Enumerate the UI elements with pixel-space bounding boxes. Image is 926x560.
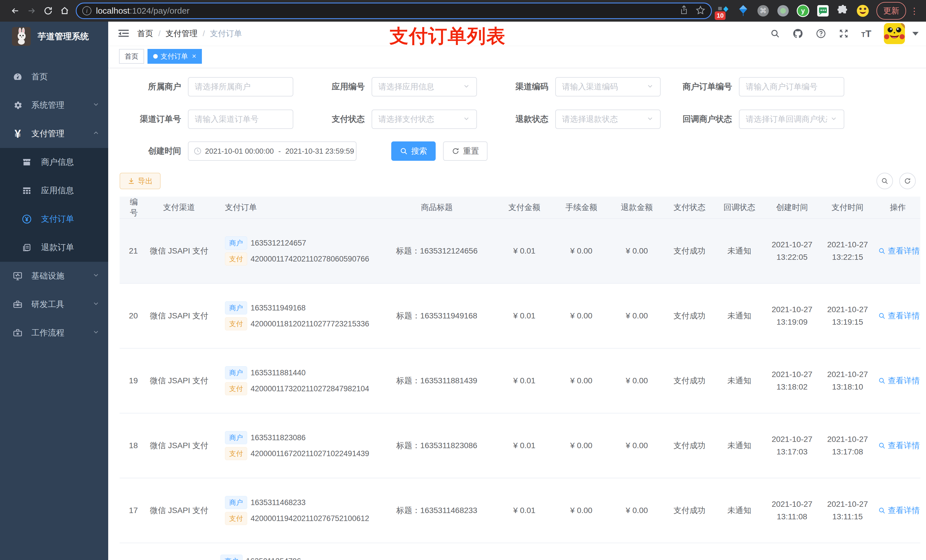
grid-icon	[21, 186, 32, 195]
merchant-order-no-input[interactable]	[739, 77, 844, 97]
date-start: 2021-10-01 00:00:00	[205, 147, 274, 155]
col-title: 商品标题	[378, 197, 495, 219]
channel-order-no-field[interactable]	[195, 115, 286, 124]
extension-kite-icon[interactable]	[736, 4, 750, 18]
chevron-down-icon	[646, 115, 654, 124]
avatar-caret-icon[interactable]	[912, 32, 918, 36]
table-toolbar: 导出	[120, 173, 926, 189]
url-text: localhost:1024/pay/order	[96, 6, 680, 16]
pay-tag: 支付	[225, 317, 247, 331]
payment-submenu: 商户信息 应用信息 支付订单	[0, 148, 108, 262]
tags-view-bar: 首页 支付订单 ×	[108, 46, 926, 68]
sidebar-item-label: 系统管理	[31, 100, 92, 111]
sidebar-item-label: 商户信息	[41, 157, 100, 168]
extension-tabs-icon[interactable]: 10	[716, 4, 730, 18]
share-icon[interactable]	[680, 5, 688, 16]
merchant-tag: 商户	[225, 496, 247, 509]
callback-status-select[interactable]: 请选择订单回调商户状态	[739, 110, 844, 129]
show-search-toggle-button[interactable]	[876, 173, 893, 189]
font-size-icon[interactable]: TT	[861, 28, 872, 39]
yen-icon: ¥	[12, 127, 23, 140]
logo-image	[12, 27, 31, 46]
breadcrumb-current: 支付订单	[210, 28, 242, 39]
github-icon[interactable]	[793, 28, 803, 39]
breadcrumb-home[interactable]: 首页	[137, 28, 153, 39]
sidebar-item-merchant-info[interactable]: 商户信息	[0, 148, 108, 177]
sidebar-fold-icon[interactable]	[118, 29, 129, 38]
channel-code-select[interactable]: 请输入渠道编码	[555, 77, 661, 97]
browser-menu-icon[interactable]: ⋮	[908, 6, 921, 16]
merchant-input[interactable]	[188, 77, 293, 97]
view-detail-link[interactable]: 查看详情	[878, 440, 920, 451]
sidebar-item-label: 研发工具	[31, 299, 92, 310]
sidebar-item-refund-order[interactable]: 退款订单	[0, 233, 108, 262]
browser-forward-icon[interactable]	[23, 3, 40, 19]
toolbox-icon	[12, 299, 23, 309]
extension-y-icon[interactable]: y	[796, 4, 810, 18]
pay-order-table: 编号 支付渠道 支付订单 商品标题 支付金额 手续金额 退款金额 支付状态 回调…	[120, 197, 920, 560]
create-time-range-picker[interactable]: 2021-10-01 00:00:00 - 2021-10-31 23:59:5…	[188, 142, 357, 161]
sidebar-item-label: 首页	[31, 71, 100, 83]
help-icon[interactable]	[816, 29, 826, 39]
sidebar-item-system[interactable]: 系统管理	[0, 91, 108, 119]
extension-emoji-icon[interactable]	[856, 4, 870, 18]
sidebar-item-payment[interactable]: ¥ 支付管理	[0, 119, 108, 148]
table-row: 18 微信 JSAPI 支付 商户1635311823086 支付4200001…	[120, 413, 920, 478]
filter-label: 渠道编码	[487, 81, 555, 92]
view-detail-link[interactable]: 查看详情	[878, 246, 920, 257]
pay-tag: 支付	[225, 382, 247, 395]
briefcase-icon	[12, 328, 23, 338]
sidebar-item-label: 基础设施	[31, 270, 92, 282]
export-button[interactable]: 导出	[120, 173, 160, 189]
extension-command-icon[interactable]: ⌘	[756, 4, 770, 18]
refresh-table-button[interactable]	[899, 173, 916, 189]
chevron-down-icon	[92, 300, 100, 309]
fullscreen-icon[interactable]	[838, 29, 849, 39]
refund-status-select[interactable]: 请选择退款状态	[555, 110, 661, 129]
app-select[interactable]: 请选择应用信息	[372, 77, 477, 97]
chevron-down-icon	[463, 115, 470, 124]
reset-button[interactable]: 重置	[443, 142, 487, 161]
pay-status-select[interactable]: 请选择支付状态	[372, 110, 477, 129]
sidebar-item-app-info[interactable]: 应用信息	[0, 177, 108, 205]
channel-order-no-input[interactable]	[188, 110, 293, 129]
tab-pay-order[interactable]: 支付订单 ×	[147, 49, 202, 64]
search-button[interactable]: 搜索	[391, 142, 436, 161]
chevron-down-icon	[463, 83, 470, 91]
avatar[interactable]	[884, 23, 905, 44]
sidebar-item-pay-order[interactable]: 支付订单	[0, 205, 108, 233]
dashboard-icon	[12, 72, 23, 82]
filter-row-3: 创建时间 2021-10-01 00:00:00 - 2021-10-31 23…	[120, 142, 926, 161]
table-row: 20 微信 JSAPI 支付 商户1635311949168 支付4200001…	[120, 284, 920, 348]
sidebar-item-home[interactable]: 首页	[0, 63, 108, 91]
browser-reload-icon[interactable]	[40, 3, 56, 19]
view-detail-link[interactable]: 查看详情	[878, 311, 920, 321]
browser-back-icon[interactable]	[7, 3, 23, 19]
extensions-puzzle-icon[interactable]	[836, 4, 850, 18]
col-channel: 支付渠道	[138, 197, 220, 219]
extension-recorder-icon[interactable]	[776, 4, 790, 18]
header-search-icon[interactable]	[770, 29, 780, 38]
sidebar-menu: 首页 系统管理 ¥ 支付管理 商户信息	[0, 63, 108, 347]
view-detail-link[interactable]: 查看详情	[878, 375, 920, 386]
url-bar[interactable]: i localhost:1024/pay/order	[76, 3, 712, 19]
view-detail-link[interactable]: 查看详情	[878, 505, 920, 516]
top-navbar: 首页 / 支付管理 / 支付订单 支付订单列表	[108, 22, 926, 46]
merchant-order-no-field[interactable]	[746, 82, 837, 91]
filter-label: 应用编号	[303, 81, 372, 92]
browser-update-button[interactable]: 更新	[876, 2, 906, 20]
browser-home-icon[interactable]	[56, 3, 73, 19]
table-row-partial: 商户 1635011254796	[120, 543, 920, 560]
sidebar-item-workflow[interactable]: 工作流程	[0, 319, 108, 347]
breadcrumb-payment[interactable]: 支付管理	[166, 28, 198, 39]
merchant-input-field[interactable]	[195, 82, 286, 91]
bookmark-star-icon[interactable]	[696, 5, 705, 16]
col-amount: 支付金额	[495, 197, 554, 219]
extension-chat-icon[interactable]	[816, 4, 830, 18]
sidebar-item-label: 退款订单	[41, 242, 100, 253]
tab-close-icon[interactable]: ×	[192, 52, 196, 60]
site-info-icon[interactable]: i	[82, 6, 91, 15]
sidebar-item-dev-tools[interactable]: 研发工具	[0, 290, 108, 319]
sidebar-item-infrastructure[interactable]: 基础设施	[0, 262, 108, 290]
tab-home[interactable]: 首页	[119, 49, 144, 64]
